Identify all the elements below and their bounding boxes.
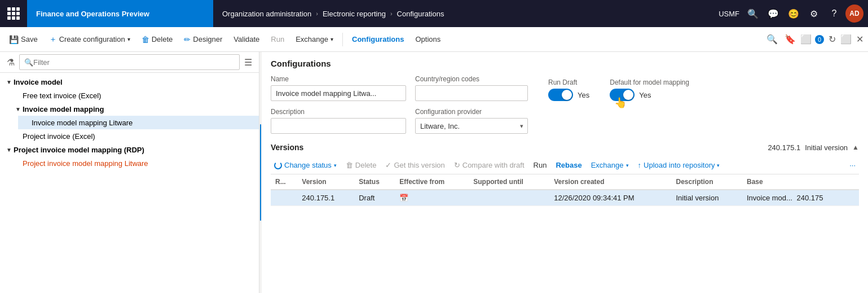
ver-run-button[interactable]: Run [530,159,550,172]
top-bar: Finance and Operations Preview Organizat… [0,0,868,27]
version-number: 240.175.1 [768,143,800,152]
tree-item-invoice-mapping-litware[interactable]: Invoice model mapping Litware [18,116,259,129]
default-model-toggle[interactable]: 👆 [610,89,635,101]
cell-supported-until [469,190,549,206]
cell-description: Initial version [672,190,742,206]
tree-item-invoice-model[interactable]: ▼ Invoice model [0,75,259,89]
delete-icon: 🗑 [142,35,149,44]
get-this-version-button[interactable]: ✓ Get this version [382,159,448,172]
panel-title: Configurations [271,59,859,68]
app-title: Finance and Operations Preview [27,0,213,27]
nav-electronic-reporting[interactable]: Electronic reporting [323,10,386,18]
nav-org-admin[interactable]: Organization administration [222,10,311,18]
filter-input[interactable] [33,58,235,67]
tree-label-project-litware: Project invoice model mapping Litware [23,159,148,168]
toggle-invoice-model[interactable]: ▼ [5,77,14,86]
col-supported-until: Supported until [469,174,549,190]
run-draft-toggle[interactable] [548,89,573,101]
create-configuration-button[interactable]: ＋ Create configuration ▾ [45,30,135,49]
create-icon: ＋ [49,34,57,45]
help-icon[interactable]: ? [825,5,843,23]
options-button[interactable]: Options [411,30,445,49]
col-version-created: Version created [549,174,671,190]
settings-icon[interactable]: ⚙ [805,5,823,23]
main-content: ⚗ 🔍 ☰ ▼ Invoice model Free text invoice … [0,52,868,293]
expand-icon[interactable]: ⬜ [840,34,852,45]
close-icon[interactable]: ✕ [856,34,863,45]
ver-exchange-button[interactable]: Exchange ▾ [588,159,632,172]
exchange-button[interactable]: Exchange ▾ [291,30,338,49]
toggle-invoice-mapping[interactable]: ▼ [14,104,23,113]
base-version: 240.175 [797,194,823,202]
run-draft-group: Run Draft Yes [548,78,589,101]
toolbar-search-icon[interactable]: 🔍 [766,34,778,45]
avatar[interactable]: AD [845,5,863,23]
upload-into-repo-button[interactable]: ↑ Upload into repository ▾ [635,159,724,172]
configurations-tab-button[interactable]: Configurations [347,30,408,49]
versions-badge: 240.175.1 Initial version ▲ [768,143,859,152]
emoji-icon[interactable]: 😊 [785,5,803,23]
notifications-icon[interactable]: 💬 [764,5,782,23]
ver-delete-icon: 🗑 [346,161,353,169]
table-row[interactable]: 240.175.1 Draft 📅 12/26/2020 09:34:41 PM… [271,190,859,206]
default-model-value: Yes [639,91,651,99]
default-model-toggle-row: 👆 Yes [610,89,689,101]
run-draft-knob [562,90,572,100]
form-row-2: Description Configuration provider Litwa… [271,108,859,134]
col-description: Description [672,174,742,190]
get-version-icon: ✓ [385,161,391,169]
calendar-icon[interactable]: 📅 [399,194,408,202]
tree-item-invoice-model-mapping[interactable]: ▼ Invoice model mapping [9,102,259,116]
exchange-chevron-icon: ▾ [331,36,333,42]
versions-section: Versions 240.175.1 Initial version ▲ Cha… [271,143,859,206]
nav-configurations[interactable]: Configurations [397,10,444,18]
sidebar-resizer[interactable] [259,52,262,293]
toggle-rdp[interactable]: ▼ [5,145,14,154]
nav-chevron-1: › [316,10,318,17]
tree-item-project-invoice-excel[interactable]: Project invoice (Excel) [9,129,259,143]
right-panel: Configurations Name Country/region codes… [262,52,868,293]
bookmark-icon[interactable]: 🔖 [785,34,796,45]
badge: 0 [815,35,824,44]
versions-collapse-icon[interactable]: ▲ [852,143,859,151]
run-button[interactable]: Run [266,30,289,49]
ver-delete-button[interactable]: 🗑 Delete [342,159,380,172]
upload-icon: ↑ [638,161,642,169]
provider-select[interactable]: Litware, Inc. [415,118,528,134]
compare-with-draft-button[interactable]: ↻ Compare with draft [451,159,528,172]
tree-label-project-invoice: Project invoice (Excel) [23,132,95,141]
tree-item-project-litware[interactable]: Project invoice model mapping Litware [9,156,259,170]
provider-label: Configuration provider [415,108,528,116]
cell-version-created: 12/26/2020 09:34:41 PM [549,190,671,206]
change-status-button[interactable]: Change status ▾ [271,159,340,172]
save-icon: 💾 [9,35,19,44]
form-group-name: Name [271,75,406,101]
base-link[interactable]: Invoice mod... [747,194,792,202]
command-bar: 💾 Save ＋ Create configuration ▾ 🗑 Delete… [0,27,868,52]
name-input[interactable] [271,85,406,101]
sidebar-lines-icon[interactable]: ☰ [242,55,254,70]
save-button[interactable]: 💾 Save [5,30,42,49]
validate-button[interactable]: Validate [229,30,264,49]
refresh-icon[interactable]: ↻ [829,34,836,45]
version-toolbar: Change status ▾ 🗑 Delete ✓ Get this vers… [271,156,859,174]
apps-button[interactable] [0,0,27,27]
desc-input[interactable] [271,118,406,134]
delete-button[interactable]: 🗑 Delete [137,30,178,49]
filter-icon[interactable]: ⚗ [5,55,17,70]
create-chevron-icon: ▾ [127,36,130,42]
form-group-provider: Configuration provider Litware, Inc. [415,108,528,134]
designer-button[interactable]: ✏ Designer [179,30,227,49]
more-button[interactable]: ··· [846,159,859,172]
search-icon[interactable]: 🔍 [744,5,762,23]
change-status-chevron: ▾ [334,163,337,168]
tree-item-free-text-invoice[interactable]: Free text invoice (Excel) [9,89,259,102]
rebase-button[interactable]: Rebase [552,159,585,172]
panel-icon[interactable]: ⬜ [800,34,812,45]
tree-label-free-text: Free text invoice (Excel) [23,91,101,100]
form-group-desc: Description [271,108,406,134]
breadcrumb: Organization administration › Electronic… [213,10,714,18]
tree-item-project-invoice-rdp[interactable]: ▼ Project invoice model mapping (RDP) [0,143,259,156]
top-bar-right: USMF 🔍 💬 😊 ⚙ ? AD [714,5,868,23]
country-input[interactable] [415,85,528,101]
